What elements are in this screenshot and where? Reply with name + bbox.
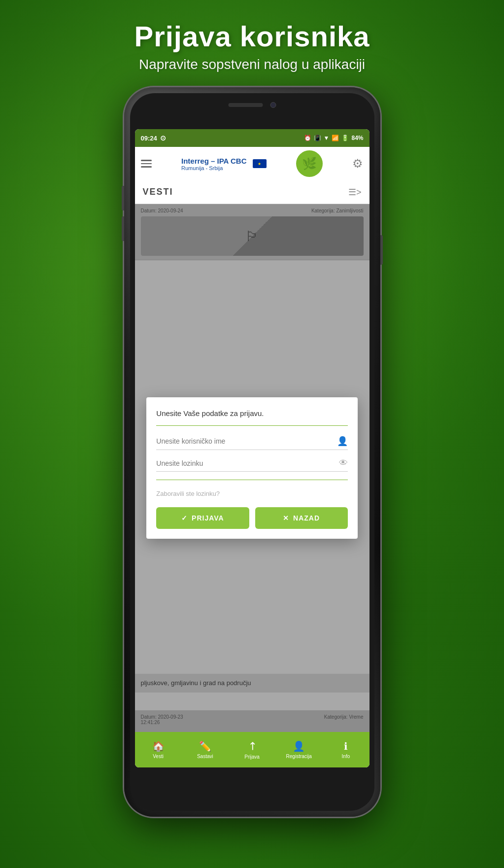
vibrate-icon: 📳 [314, 135, 321, 141]
dialog-title: Unesite Vaše podatke za prijavu. [156, 409, 347, 417]
app-logo[interactable]: 🌿 [296, 150, 323, 177]
dialog-buttons: ✓ PRIJAVA ✕ NAZAD [156, 507, 347, 529]
hamburger-line-3 [141, 166, 152, 168]
user-icon: 👤 [337, 436, 348, 447]
back-button[interactable]: ✕ NAZAD [255, 507, 348, 529]
status-left: 09:24 ⊙ [141, 134, 166, 142]
status-time: 09:24 [141, 135, 157, 142]
phone-power-button[interactable] [380, 235, 383, 265]
alarm-icon: ⏰ [304, 135, 311, 141]
screen-main: Datum: 2020-09-24 Kategorija: Zanimljivo… [135, 204, 370, 732]
nav-item-registracija[interactable]: 👤 Registracija [275, 732, 322, 767]
bottom-nav: 🏠 Vesti ✏️ Sastavi ↗ Prijava 👤 Registrac… [135, 732, 370, 767]
page-subtitle: Napravite sopstveni nalog u aplikaciji [139, 57, 365, 72]
status-icon-circle: ⊙ [160, 134, 166, 142]
login-nav-icon: ↗ [244, 738, 260, 754]
username-input-group[interactable]: 👤 [156, 436, 347, 450]
eu-flag-icon: ★ [253, 159, 267, 168]
news-list-icon[interactable]: ☰> [348, 187, 362, 198]
nav-label-vesti: Vesti [153, 754, 164, 759]
nav-item-prijava[interactable]: ↗ Prijava [229, 732, 275, 767]
phone-shell: 09:24 ⊙ ⏰ 📳 ▼ 📶 🔋 84% [124, 87, 380, 817]
compose-icon: ✏️ [199, 740, 211, 752]
signal-icon: 📶 [332, 135, 339, 141]
check-icon: ✓ [181, 514, 188, 522]
hamburger-line-2 [141, 163, 152, 165]
login-button-label: PRIJAVA [192, 514, 224, 522]
home-icon: 🏠 [152, 740, 165, 752]
page-title: Prijava korisnika [134, 20, 370, 53]
logo-area: Interreg – IPA CBC Rumunija - Srbija [181, 157, 247, 171]
nav-label-prijava: Prijava [244, 754, 260, 760]
login-button[interactable]: ✓ PRIJAVA [156, 507, 249, 529]
dialog-top-divider [156, 425, 347, 426]
news-bar: VESTI ☰> [135, 180, 370, 204]
nav-label-registracija: Registracija [286, 754, 312, 759]
login-dialog: Unesite Vaše podatke za prijavu. 👤 👁 [146, 397, 357, 539]
dialog-overlay: Unesite Vaše podatke za prijavu. 👤 👁 [135, 204, 370, 732]
dialog-mid-divider [156, 480, 347, 480]
battery-percent: 84% [351, 135, 363, 141]
phone-speaker [228, 103, 263, 107]
nav-label-info: Info [342, 754, 350, 759]
hamburger-line-1 [141, 160, 152, 161]
status-bar: 09:24 ⊙ ⏰ 📳 ▼ 📶 🔋 84% [135, 129, 370, 147]
nav-item-sastavi[interactable]: ✏️ Sastavi [182, 732, 229, 767]
info-icon: ℹ [344, 740, 348, 752]
hamburger-menu[interactable] [141, 160, 152, 168]
back-button-label: NAZAD [293, 514, 320, 522]
logo-text-interreg: Interreg – IPA CBC [181, 157, 247, 165]
forgot-password-link[interactable]: Zaboravili ste lozinku? [156, 490, 347, 497]
settings-gear-icon[interactable]: ⚙ [352, 157, 363, 171]
app-header: Interreg – IPA CBC Rumunija - Srbija ★ 🌿… [135, 147, 370, 180]
phone-volume-down[interactable] [122, 216, 124, 241]
password-input-group[interactable]: 👁 [156, 458, 347, 472]
register-icon: 👤 [293, 740, 305, 752]
leaf-icon: 🌿 [302, 157, 317, 171]
nav-label-sastavi: Sastavi [197, 754, 213, 759]
phone-screen: 09:24 ⊙ ⏰ 📳 ▼ 📶 🔋 84% [135, 129, 370, 767]
wifi-icon: ▼ [324, 135, 330, 141]
nav-item-vesti[interactable]: 🏠 Vesti [135, 732, 182, 767]
battery-icon: 🔋 [341, 135, 349, 141]
logo-text-sub: Rumunija - Srbija [181, 165, 247, 171]
news-title: VESTI [143, 187, 173, 197]
nav-item-info[interactable]: ℹ Info [322, 732, 369, 767]
password-input[interactable] [156, 459, 338, 467]
phone-volume-up[interactable] [122, 186, 124, 210]
username-input[interactable] [156, 437, 336, 445]
phone-camera [270, 102, 276, 108]
x-icon: ✕ [283, 514, 289, 522]
phone-top-bar [228, 102, 276, 108]
eye-icon[interactable]: 👁 [339, 458, 348, 468]
status-right: ⏰ 📳 ▼ 📶 🔋 84% [304, 135, 364, 141]
phone-device: 09:24 ⊙ ⏰ 📳 ▼ 📶 🔋 84% [124, 87, 380, 817]
